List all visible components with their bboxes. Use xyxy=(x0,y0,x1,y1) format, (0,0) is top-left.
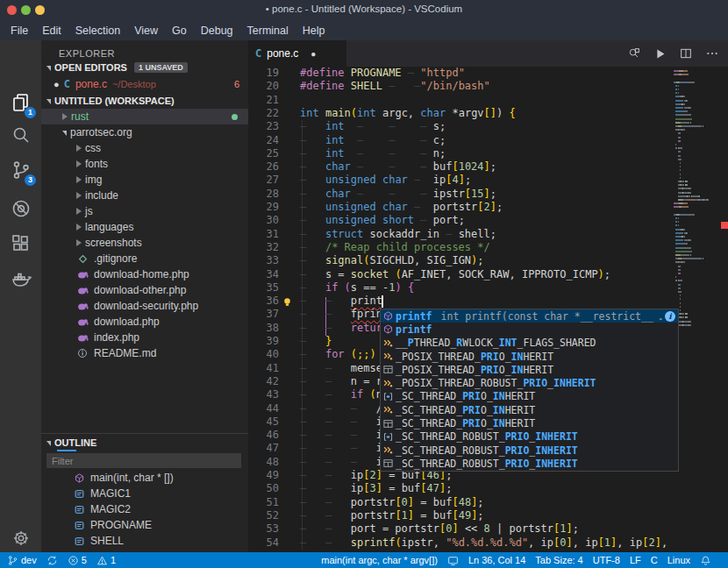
status-right-linux[interactable]: Linux xyxy=(667,555,690,565)
lightbulb-icon[interactable] xyxy=(282,296,293,311)
editor-scrollbar[interactable] xyxy=(721,67,728,552)
line-number: 48 xyxy=(248,456,279,469)
split-editor-icon[interactable] xyxy=(679,46,693,60)
suggest-item-11[interactable]: _SC_THREAD_ROBUST_PRIO_INHERIT xyxy=(381,457,678,470)
workspace-header[interactable]: UNTITLED (WORKSPACE) xyxy=(41,92,248,109)
open-editor-pone-c[interactable]: ● C pone.c ~/Desktop 6 xyxy=(41,75,248,92)
info-icon[interactable]: i xyxy=(665,311,675,322)
status-bar-left: dev51 xyxy=(0,555,321,566)
outline-item-progname[interactable]: PROGNAME xyxy=(41,517,248,533)
tree-item-include[interactable]: include xyxy=(41,188,248,203)
menu-go[interactable]: Go xyxy=(165,23,194,39)
menu-view[interactable]: View xyxy=(127,23,165,39)
settings-button[interactable] xyxy=(0,529,41,547)
outline-filter-input[interactable] xyxy=(46,453,241,468)
line-number: 43 xyxy=(248,388,279,401)
outline-item-magic2[interactable]: MAGIC2 xyxy=(41,501,248,517)
tree-item-label: parrotsec.org xyxy=(70,126,132,138)
tree-item-download-home-php[interactable]: download-home.php xyxy=(41,266,248,282)
activity-extensions[interactable] xyxy=(0,226,41,261)
suggest-widget: printfint printf(const char *__restrict_… xyxy=(380,309,679,472)
suggest-item-0[interactable]: printfint printf(const char *__restrict_… xyxy=(381,309,678,323)
symbol-key-icon xyxy=(381,350,396,363)
outline-item-main-int-char-[interactable]: main(int, char * []) xyxy=(41,470,248,486)
tree-item-index-php[interactable]: index.php xyxy=(41,330,248,345)
suggest-item-1[interactable]: printf xyxy=(381,323,678,336)
tree-item-js[interactable]: js xyxy=(41,203,248,219)
status-left-sync-icon[interactable] xyxy=(46,555,58,566)
suggest-item-5[interactable]: _POSIX_THREAD_ROBUST_PRIO_INHERIT xyxy=(381,376,678,389)
line-number: 50 xyxy=(248,482,279,495)
tree-item-label: download-security.php xyxy=(94,300,198,312)
activity-explorer[interactable]: 1 xyxy=(0,85,41,120)
open-changes-icon[interactable] xyxy=(627,46,641,60)
code-editor[interactable]: 19#define PROGNAME – "httpd"20#define SH… xyxy=(248,67,728,552)
open-editors-header[interactable]: OPEN EDITORS 1 UNSAVED xyxy=(41,59,248,75)
tree-item--gitignore[interactable]: .gitignore xyxy=(41,251,248,266)
tree-item-download-other-php[interactable]: download-other.php xyxy=(41,282,248,298)
activity-docker[interactable] xyxy=(0,261,41,296)
docker-icon xyxy=(11,268,32,289)
php-file-icon xyxy=(76,331,89,344)
tree-item-css[interactable]: css xyxy=(41,140,248,156)
activity-search[interactable] xyxy=(0,117,41,153)
error-icon xyxy=(68,555,79,566)
tree-item-download-security-php[interactable]: download-security.php xyxy=(41,298,248,314)
suggest-item-9[interactable]: _SC_THREAD_ROBUST_PRIO_INHERIT xyxy=(381,430,678,444)
line-number: 52 xyxy=(248,509,279,522)
tree-item-screenshots[interactable]: screenshots xyxy=(41,235,248,251)
suggest-item-10[interactable]: _SC_THREAD_ROBUST_PRIO_INHERIT xyxy=(381,444,678,457)
menu-help[interactable]: Help xyxy=(296,23,332,39)
tree-item-download-php[interactable]: download.php xyxy=(41,314,248,330)
more-actions-icon[interactable] xyxy=(705,46,719,60)
status-right-tab-size-4[interactable]: Tab Size: 4 xyxy=(535,555,582,565)
tree-item-label: js xyxy=(85,205,93,217)
line-number: 32 xyxy=(248,241,279,254)
suggest-item-7[interactable]: _SC_THREAD_PRIO_INHERIT xyxy=(381,403,678,416)
activity-source-control[interactable]: 3 xyxy=(0,153,41,188)
outline-item-shell[interactable]: SHELL xyxy=(41,533,248,549)
text-cursor xyxy=(382,295,383,308)
diamond-file-icon xyxy=(76,252,89,265)
suggest-item-4[interactable]: _POSIX_THREAD_PRIO_INHERIT xyxy=(381,363,678,376)
status-right-screencast-icon[interactable] xyxy=(447,555,459,566)
tree-item-rust[interactable]: rust xyxy=(41,109,248,124)
status-right-bell-icon[interactable] xyxy=(700,555,711,566)
status-right-lf[interactable]: LF xyxy=(630,555,641,565)
menu-edit[interactable]: Edit xyxy=(35,23,68,39)
tree-item-label: languages xyxy=(85,221,133,233)
suggest-item-3[interactable]: _POSIX_THREAD_PRIO_INHERIT xyxy=(381,350,678,363)
status-right-utf-8[interactable]: UTF-8 xyxy=(593,555,620,565)
status-left-5[interactable]: 5 xyxy=(68,555,87,566)
symbol-key-icon xyxy=(381,377,396,390)
menu-selection[interactable]: Selection xyxy=(68,23,127,39)
symbol-key-icon xyxy=(381,444,396,457)
tree-item-languages[interactable]: languages xyxy=(41,219,248,235)
suggest-item-6[interactable]: _SC_THREAD_PRIO_INHERIT xyxy=(381,390,678,403)
tab-pone-c[interactable]: C pone.c ● xyxy=(248,40,346,67)
outline-item-magic1[interactable]: MAGIC1 xyxy=(41,486,248,501)
menu-file[interactable]: File xyxy=(4,23,35,39)
status-right-main-int-argc-char-argv-[interactable]: main(int argc, char * argv[]) xyxy=(321,555,438,565)
run-icon[interactable] xyxy=(653,47,667,60)
tree-item-readme-md[interactable]: README.md xyxy=(41,345,248,361)
tree-item-parrotsec-org[interactable]: parrotsec.org xyxy=(41,124,248,140)
suggest-item-2[interactable]: __PTHREAD_RWLOCK_INT_FLAGS_SHARED xyxy=(381,337,678,350)
unsaved-badge: 1 UNSAVED xyxy=(134,62,188,73)
menu-debug[interactable]: Debug xyxy=(194,23,240,39)
line-number: 42 xyxy=(248,375,279,388)
status-left-1[interactable]: 1 xyxy=(96,555,116,566)
tree-item-img[interactable]: img xyxy=(41,172,248,188)
status-right-c[interactable]: C xyxy=(651,555,658,565)
php-file-icon xyxy=(76,300,89,312)
menu-terminal[interactable]: Terminal xyxy=(240,23,296,39)
suggest-item-8[interactable]: _SC_THREAD_PRIO_INHERIT xyxy=(381,416,678,430)
status-right-ln-36-col-14[interactable]: Ln 36, Col 14 xyxy=(468,555,525,565)
warning-icon xyxy=(96,555,108,566)
dirty-dot-icon[interactable]: ● xyxy=(310,49,316,59)
status-left-dev[interactable]: dev xyxy=(7,555,37,566)
symbol-key-icon xyxy=(381,337,396,350)
outline-header[interactable]: OUTLINE xyxy=(41,434,248,451)
activity-debug[interactable] xyxy=(0,191,41,226)
tree-item-fonts[interactable]: fonts xyxy=(41,156,248,172)
